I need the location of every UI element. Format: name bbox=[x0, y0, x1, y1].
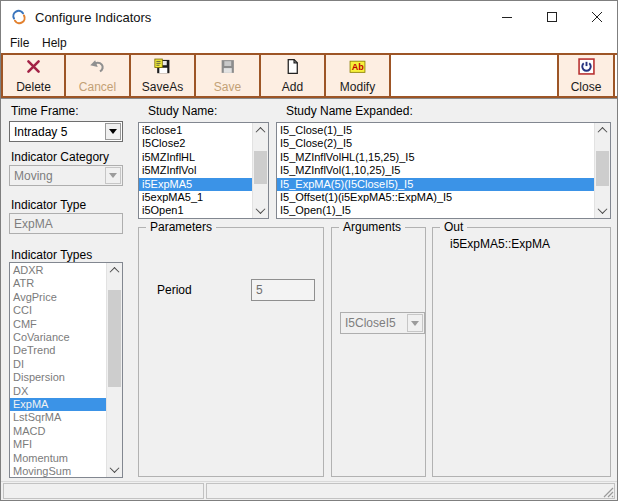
scroll-up-button[interactable] bbox=[595, 123, 610, 138]
list-item[interactable]: i5MZInflHL bbox=[139, 151, 253, 164]
indicator-category-label: Indicator Category bbox=[11, 150, 109, 164]
list-item[interactable]: DX bbox=[10, 385, 107, 398]
chevron-down-icon bbox=[598, 204, 608, 214]
scrollbar-thumb[interactable] bbox=[108, 290, 121, 387]
arguments-groupbox: Arguments I5CloseI5 bbox=[331, 227, 426, 477]
modify-button[interactable]: Ab Modify bbox=[326, 55, 391, 96]
status-panel-left bbox=[3, 483, 204, 499]
list-item[interactable]: i5expMA5_1 bbox=[139, 191, 253, 204]
list-item[interactable]: i5ExpMA5 bbox=[139, 178, 253, 191]
save-icon bbox=[219, 58, 236, 75]
toolbar: Delete Cancel SaveAs bbox=[1, 53, 617, 98]
add-label: Add bbox=[282, 80, 303, 94]
scroll-down-button[interactable] bbox=[253, 203, 268, 218]
indicator-type-field: ExpMA bbox=[9, 213, 123, 234]
list-item[interactable]: I5_Offset(1)(i5ExpMA5::ExpMA)_I5 bbox=[277, 191, 595, 204]
list-item[interactable]: I5_Close(1)_I5 bbox=[277, 124, 595, 137]
scrollbar-thumb[interactable] bbox=[596, 151, 609, 186]
chevron-down-icon bbox=[109, 129, 117, 134]
modify-label: Modify bbox=[340, 80, 375, 94]
list-item[interactable]: i5Open1 bbox=[139, 204, 253, 217]
list-item[interactable]: I5_Open(1)_I5 bbox=[277, 204, 595, 217]
list-item[interactable]: CMF bbox=[10, 318, 107, 331]
list-item[interactable]: MovingSum bbox=[10, 465, 107, 477]
window-close-icon bbox=[591, 11, 603, 23]
close-button[interactable]: Close bbox=[557, 55, 615, 96]
delete-button[interactable]: Delete bbox=[1, 55, 66, 96]
list-item[interactable]: AvgPrice bbox=[10, 291, 107, 304]
chevron-down-icon bbox=[110, 463, 120, 473]
list-item[interactable]: MACD bbox=[10, 425, 107, 438]
saveas-button[interactable]: SaveAs bbox=[131, 55, 196, 96]
title-bar: Configure Indicators bbox=[1, 1, 617, 33]
arguments-title: Arguments bbox=[339, 220, 405, 234]
study-name-scrollbar[interactable] bbox=[252, 123, 268, 218]
list-item[interactable]: DI bbox=[10, 358, 107, 371]
indicator-types-scrollbar[interactable] bbox=[106, 263, 122, 477]
scroll-down-button[interactable] bbox=[595, 203, 610, 218]
list-item[interactable]: I5Close2 bbox=[139, 137, 253, 150]
time-frame-dropdown-button[interactable] bbox=[105, 123, 121, 140]
list-item[interactable]: DeTrend bbox=[10, 344, 107, 357]
window-close-button[interactable] bbox=[574, 1, 618, 33]
save-as-icon bbox=[154, 58, 171, 75]
time-frame-combobox[interactable]: Intraday 5 bbox=[9, 121, 123, 142]
parameters-title: Parameters bbox=[146, 220, 216, 234]
cancel-label: Cancel bbox=[79, 80, 116, 94]
arguments-dropdown-button bbox=[407, 314, 423, 332]
add-new-document-icon bbox=[284, 58, 301, 75]
indicator-category-dropdown-button bbox=[105, 167, 121, 184]
close-power-icon bbox=[578, 58, 595, 75]
list-item[interactable]: i5MZInflVol bbox=[139, 164, 253, 177]
list-item[interactable]: I5_MZInflVolHL(1,15,25)_I5 bbox=[277, 151, 595, 164]
minimize-icon bbox=[501, 11, 513, 23]
list-item[interactable]: I5_Close(2)_I5 bbox=[277, 137, 595, 150]
list-item[interactable]: ADXR bbox=[10, 264, 107, 277]
scroll-down-button[interactable] bbox=[107, 462, 122, 477]
arguments-value: I5CloseI5 bbox=[345, 316, 396, 330]
minimize-button[interactable] bbox=[484, 1, 529, 33]
window-title: Configure Indicators bbox=[35, 10, 151, 25]
study-name-label: Study Name: bbox=[148, 104, 217, 118]
modify-ab-icon: Ab bbox=[349, 58, 366, 75]
list-item[interactable]: CoVariance bbox=[10, 331, 107, 344]
list-item[interactable]: Momentum bbox=[10, 452, 107, 465]
study-name-expanded-listbox[interactable]: I5_Close(1)_I5I5_Close(2)_I5I5_MZInflVol… bbox=[276, 122, 611, 219]
study-name-listbox[interactable]: i5close1I5Close2i5MZInflHLi5MZInflVoli5E… bbox=[138, 122, 269, 219]
scrollbar-thumb[interactable] bbox=[254, 151, 267, 184]
list-item[interactable]: LstSqrMA bbox=[10, 411, 107, 424]
scroll-up-button[interactable] bbox=[253, 123, 268, 138]
menu-bar: File Help bbox=[1, 33, 617, 53]
study-name-expanded-label: Study Name Expanded: bbox=[286, 104, 413, 118]
maximize-icon bbox=[546, 11, 558, 23]
list-item[interactable]: MFI bbox=[10, 438, 107, 451]
status-bar bbox=[1, 481, 617, 501]
menu-help[interactable]: Help bbox=[42, 36, 67, 50]
list-item[interactable]: Dispersion bbox=[10, 371, 107, 384]
list-item[interactable]: i5close1 bbox=[139, 124, 253, 137]
list-item[interactable]: I5_MZInflVol(1,10,25)_I5 bbox=[277, 164, 595, 177]
study-name-items: i5close1I5Close2i5MZInflHLi5MZInflVoli5E… bbox=[139, 124, 253, 218]
list-item[interactable]: ExpMA bbox=[10, 398, 107, 411]
time-frame-label: Time Frame: bbox=[11, 104, 79, 118]
resize-grip[interactable] bbox=[603, 487, 614, 498]
list-item[interactable]: ATR bbox=[10, 277, 107, 290]
menu-file[interactable]: File bbox=[10, 36, 29, 50]
app-logo-icon bbox=[11, 9, 27, 25]
chevron-down-icon bbox=[256, 204, 266, 214]
study-name-expanded-scrollbar[interactable] bbox=[594, 123, 610, 218]
arguments-combobox: I5CloseI5 bbox=[340, 312, 425, 334]
indicator-category-combobox: Moving bbox=[9, 165, 123, 186]
study-name-expanded-items: I5_Close(1)_I5I5_Close(2)_I5I5_MZInflVol… bbox=[277, 124, 595, 218]
configure-indicators-window: Configure Indicators File Help Delete C bbox=[0, 0, 618, 501]
list-item[interactable]: CCI bbox=[10, 304, 107, 317]
chevron-up-icon bbox=[256, 127, 266, 137]
maximize-button[interactable] bbox=[529, 1, 574, 33]
indicator-types-listbox[interactable]: ADXRATRAvgPriceCCICMFCoVarianceDeTrendDI… bbox=[9, 262, 123, 478]
chevron-up-icon bbox=[110, 267, 120, 277]
chevron-down-icon bbox=[411, 321, 419, 326]
add-button[interactable]: Add bbox=[261, 55, 326, 96]
save-label: Save bbox=[214, 80, 241, 94]
list-item[interactable]: I5_ExpMA(5)(I5CloseI5)_I5 bbox=[277, 178, 595, 191]
scroll-up-button[interactable] bbox=[107, 263, 122, 278]
